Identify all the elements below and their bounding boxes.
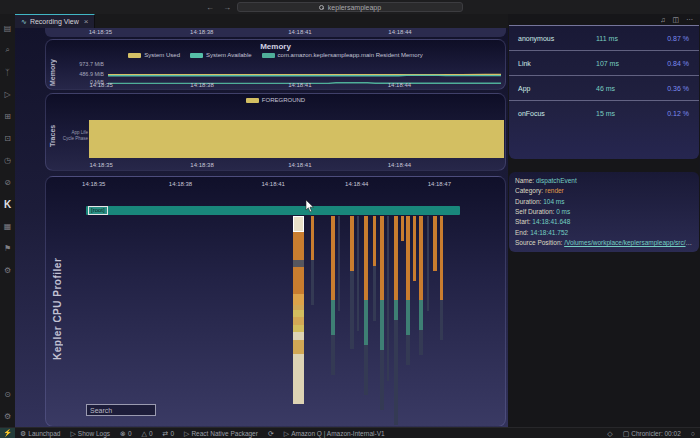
source-control-icon[interactable]: ᛉ (0, 61, 15, 83)
test-explorer-icon[interactable]: ▦ (0, 215, 15, 237)
flame-cell[interactable] (338, 216, 340, 311)
flame-cell[interactable] (406, 335, 410, 365)
flame-cell[interactable] (380, 216, 384, 300)
flame-cell[interactable] (364, 345, 368, 395)
flame-cell[interactable] (331, 300, 335, 335)
flame-cell[interactable] (440, 216, 443, 300)
flame-cell[interactable] (331, 335, 335, 375)
flame-column[interactable] (413, 216, 416, 281)
status-errors[interactable]: ⊗0 (115, 428, 137, 438)
flame-column[interactable] (357, 216, 359, 331)
flame-cell[interactable] (293, 294, 304, 305)
flame-cell[interactable] (394, 320, 398, 425)
flame-column[interactable] (419, 216, 423, 355)
accounts-icon[interactable]: ⊙ (0, 383, 15, 405)
kepler-icon[interactable]: K (0, 193, 15, 215)
flame-cell[interactable] (293, 325, 304, 332)
flame-cell[interactable] (293, 317, 304, 325)
flame-cell[interactable] (293, 332, 304, 340)
status-sync[interactable]: ⟳ (263, 428, 279, 438)
flame-cell[interactable] (293, 310, 304, 317)
status-chronicler[interactable]: ▢Chronicler: 00:02 (618, 428, 686, 438)
flame-column[interactable] (338, 216, 340, 311)
flame-column[interactable] (380, 216, 384, 410)
flame-column[interactable] (311, 216, 314, 305)
flame-column[interactable] (331, 216, 335, 375)
extensions-icon[interactable]: ⊞ (0, 105, 15, 127)
table-row[interactable]: anonymous111 ms0.87 % (509, 26, 699, 51)
command-center-search[interactable]: keplersampleapp (237, 2, 463, 12)
flame-cell[interactable] (293, 340, 304, 354)
status-ports[interactable]: ⇄0 (158, 428, 180, 438)
flame-cell[interactable] (387, 216, 389, 381)
flame-column[interactable] (401, 216, 404, 241)
flame-column[interactable] (373, 216, 376, 321)
flame-graph[interactable]: [root] (86, 203, 502, 417)
flame-cell[interactable] (350, 271, 354, 349)
status-show-logs[interactable]: ▷Show Logs (65, 428, 115, 438)
settings-icon[interactable]: ⚙ (0, 405, 15, 427)
group-by-icon[interactable]: ♫ (660, 15, 665, 25)
offline-icon[interactable]: ⊘ (0, 171, 15, 193)
flame-column[interactable] (427, 216, 429, 311)
flame-cell[interactable] (311, 260, 314, 305)
flame-cell[interactable] (357, 216, 359, 331)
status-react-native-packager[interactable]: ▷React Native Packager (179, 428, 263, 438)
status-warnings[interactable]: △0 (137, 428, 158, 438)
foreground-trace-bar[interactable] (89, 120, 504, 158)
detail-value[interactable]: /Volumes/workplace/keplersampleapp/src/c… (564, 239, 693, 246)
flame-column[interactable] (387, 216, 389, 381)
flame-cell[interactable] (373, 216, 376, 266)
flame-search-input[interactable] (86, 404, 156, 416)
tab-recording-view[interactable]: ∿ Recording View × (15, 14, 95, 28)
flame-column[interactable] (440, 216, 443, 340)
flame-cell[interactable] (401, 216, 404, 241)
flame-cell[interactable] (406, 216, 410, 300)
flame-cell[interactable] (364, 216, 368, 300)
flame-cell[interactable] (433, 216, 437, 271)
flame-column[interactable] (406, 216, 410, 365)
flame-cell[interactable] (380, 350, 384, 410)
flame-cell[interactable] (380, 300, 384, 350)
flame-column[interactable] (293, 216, 304, 404)
flame-cell[interactable] (419, 300, 423, 330)
flame-cell[interactable] (427, 216, 429, 311)
status-notifications[interactable]: ○ (686, 428, 700, 438)
timeline-icon[interactable]: ◷ (0, 149, 15, 171)
flame-cell[interactable] (394, 216, 398, 300)
nav-forward-button[interactable]: → (223, 3, 231, 12)
explorer-icon[interactable]: ▤ (0, 17, 15, 39)
remote-indicator[interactable]: ⚡ (0, 428, 15, 438)
tab-close-icon[interactable]: × (84, 17, 89, 26)
flame-cell[interactable] (293, 354, 304, 404)
table-row[interactable]: onFocus15 ms0.12 % (509, 101, 699, 126)
flame-cell[interactable] (331, 216, 335, 300)
status-amazon-q[interactable]: ▷Amazon Q | Amazon-Internal-V1 (279, 428, 390, 438)
flame-cell[interactable] (394, 300, 398, 320)
flame-cell[interactable] (373, 266, 376, 321)
flame-cell[interactable] (311, 216, 314, 260)
flame-selected-cell[interactable] (293, 216, 304, 232)
table-row[interactable]: Link107 ms0.84 % (509, 51, 699, 76)
flame-column[interactable] (364, 216, 368, 395)
flame-cell[interactable] (440, 300, 443, 340)
flame-cell[interactable] (419, 330, 423, 355)
split-editor-icon[interactable]: ◫ (672, 15, 679, 25)
flame-column[interactable] (350, 216, 354, 349)
flame-root-bar[interactable]: [root] (86, 206, 460, 215)
nav-back-button[interactable]: ← (206, 3, 214, 12)
table-row[interactable]: App46 ms0.36 % (509, 76, 699, 101)
search-icon[interactable]: ⌕ (0, 39, 15, 61)
status-indicator[interactable]: ◇ (602, 428, 617, 438)
flame-cell[interactable] (350, 216, 354, 271)
flame-cell[interactable] (413, 216, 416, 281)
flame-cell[interactable] (364, 300, 368, 345)
file-settings-icon[interactable]: ⚙ (0, 259, 15, 281)
remote-preview-icon[interactable]: ⊡ (0, 127, 15, 149)
flame-cell[interactable] (293, 267, 304, 294)
status-launchpad[interactable]: ⚙Launchpad (15, 428, 65, 438)
more-actions-icon[interactable]: ⋯ (686, 15, 693, 25)
flame-cell[interactable] (419, 216, 423, 300)
flame-cell[interactable] (293, 260, 304, 267)
flame-cell[interactable] (293, 232, 304, 260)
